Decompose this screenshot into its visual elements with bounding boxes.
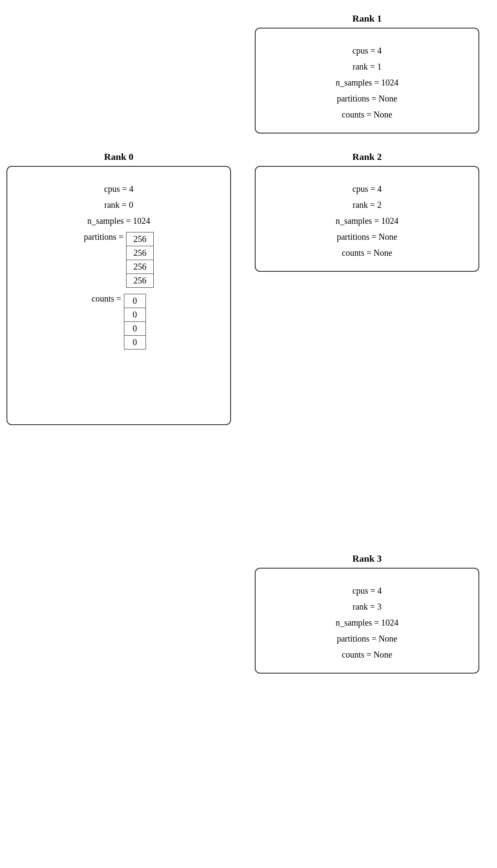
rank3-card: cpus = 4 rank = 3 n_samples = 1024 parti… xyxy=(255,568,479,674)
rank2-body: cpus = 4 rank = 2 n_samples = 1024 parti… xyxy=(273,180,461,258)
rank2-counts-row: counts = None xyxy=(342,248,393,258)
rank3-rank-value: rank = 3 xyxy=(353,602,382,612)
rank0-cpus-row: cpus = 4 xyxy=(104,184,133,194)
rank3-partitions-row: partitions = None xyxy=(337,634,397,644)
partition-cell-2: 256 xyxy=(126,260,153,274)
rank2-card: cpus = 4 rank = 2 n_samples = 1024 parti… xyxy=(255,166,479,272)
table-row: 256 xyxy=(126,274,153,288)
page-container: Rank 1 cpus = 4 rank = 1 n_samples = 102… xyxy=(0,0,497,868)
table-row: 256 xyxy=(126,260,153,274)
rank1-cpus-row: cpus = 4 xyxy=(352,46,382,56)
rank3-counts-value: counts = None xyxy=(342,650,393,660)
rank1-counts-row: counts = None xyxy=(342,110,393,120)
rank1-wrapper: Rank 1 cpus = 4 rank = 1 n_samples = 102… xyxy=(255,13,479,134)
rank3-cpus-value: cpus = 4 xyxy=(352,586,382,596)
rank0-title-above: Rank 0 xyxy=(6,151,231,162)
rank3-partitions-value: partitions = None xyxy=(337,634,397,644)
rank0-partitions-array: 256 256 256 256 xyxy=(126,232,154,288)
count-cell-0: 0 xyxy=(124,294,146,308)
rank0-nsamples-value: n_samples = 1024 xyxy=(87,216,150,226)
rank0-counts-label: counts = xyxy=(92,294,121,304)
rank0-body: cpus = 4 rank = 0 n_samples = 1024 parti… xyxy=(25,180,213,350)
count-cell-3: 0 xyxy=(124,336,146,350)
table-row: 0 xyxy=(124,308,146,322)
rank3-nsamples-row: n_samples = 1024 xyxy=(336,618,399,628)
count-cell-1: 0 xyxy=(124,308,146,322)
rank1-nsamples-value: n_samples = 1024 xyxy=(336,78,399,88)
rank1-partitions-value: partitions = None xyxy=(337,94,397,104)
rank3-body: cpus = 4 rank = 3 n_samples = 1024 parti… xyxy=(273,582,461,660)
table-row: 0 xyxy=(124,294,146,308)
rank3-nsamples-value: n_samples = 1024 xyxy=(336,618,399,628)
rank0-partitions-label: partitions = xyxy=(84,232,123,242)
rank3-rank-row: rank = 3 xyxy=(353,602,382,612)
rank3-title-above: Rank 3 xyxy=(255,553,479,564)
rank3-wrapper: Rank 3 cpus = 4 rank = 3 n_samples = 102… xyxy=(255,553,479,674)
rank1-rank-value: rank = 1 xyxy=(353,62,382,72)
rank0-wrapper: Rank 0 cpus = 4 rank = 0 n_samples = 102… xyxy=(6,151,231,425)
rank0-counts-row: counts = 0 0 0 0 xyxy=(92,294,146,350)
rank0-cpus-value: cpus = 4 xyxy=(104,184,133,194)
rank3-cpus-row: cpus = 4 xyxy=(352,586,382,596)
rank2-cpus-value: cpus = 4 xyxy=(352,184,382,194)
table-row: 0 xyxy=(124,336,146,350)
rank2-cpus-row: cpus = 4 xyxy=(352,184,382,194)
table-row: 256 xyxy=(126,246,153,260)
count-cell-2: 0 xyxy=(124,322,146,336)
rank1-partitions-row: partitions = None xyxy=(337,94,397,104)
rank0-card: cpus = 4 rank = 0 n_samples = 1024 parti… xyxy=(6,166,231,425)
rank1-title-above: Rank 1 xyxy=(255,13,479,24)
rank1-nsamples-row: n_samples = 1024 xyxy=(336,78,399,88)
rank2-counts-value: counts = None xyxy=(342,248,393,258)
partition-cell-0: 256 xyxy=(126,232,153,246)
rank2-wrapper: Rank 2 cpus = 4 rank = 2 n_samples = 102… xyxy=(255,151,479,272)
rank2-nsamples-value: n_samples = 1024 xyxy=(336,216,399,226)
rank2-partitions-row: partitions = None xyxy=(337,232,397,242)
rank2-partitions-value: partitions = None xyxy=(337,232,397,242)
rank2-nsamples-row: n_samples = 1024 xyxy=(336,216,399,226)
partition-cell-3: 256 xyxy=(126,274,153,288)
rank1-cpus-value: cpus = 4 xyxy=(352,46,382,56)
rank1-body: cpus = 4 rank = 1 n_samples = 1024 parti… xyxy=(273,41,461,120)
rank0-partitions-row: partitions = 256 256 256 256 xyxy=(84,232,154,288)
rank0-rank-row: rank = 0 xyxy=(104,200,133,210)
rank2-rank-row: rank = 2 xyxy=(353,200,382,210)
rank2-title-above: Rank 2 xyxy=(255,151,479,162)
rank0-rank-value: rank = 0 xyxy=(104,200,133,210)
rank1-rank-row: rank = 1 xyxy=(353,62,382,72)
rank3-counts-row: counts = None xyxy=(342,650,393,660)
rank2-rank-value: rank = 2 xyxy=(353,200,382,210)
rank0-nsamples-row: n_samples = 1024 xyxy=(87,216,150,226)
table-row: 0 xyxy=(124,322,146,336)
rank0-counts-array: 0 0 0 0 xyxy=(124,294,146,350)
partition-cell-1: 256 xyxy=(126,246,153,260)
rank1-counts-value: counts = None xyxy=(342,110,393,120)
table-row: 256 xyxy=(126,232,153,246)
rank1-card: cpus = 4 rank = 1 n_samples = 1024 parti… xyxy=(255,28,479,134)
